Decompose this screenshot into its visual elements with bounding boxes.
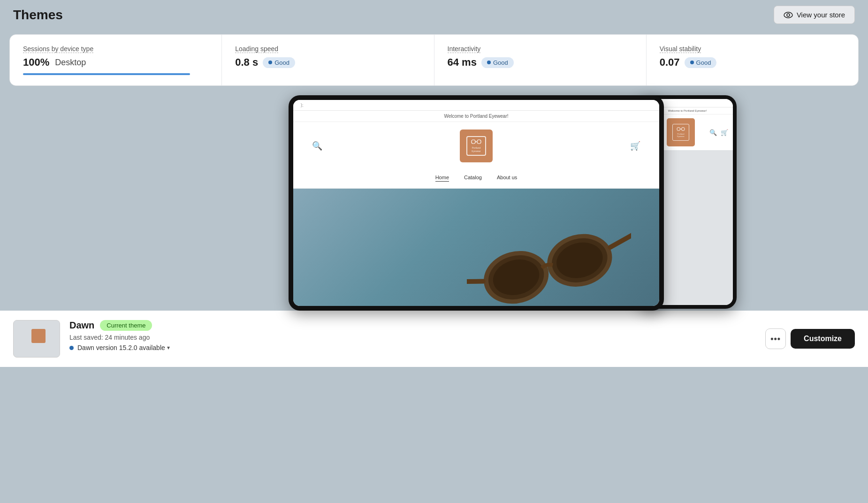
- metric-sessions-sub: Desktop: [55, 58, 86, 68]
- loading-badge: Good: [263, 57, 295, 68]
- version-dot: [69, 346, 74, 350]
- phone-logo-inner: PortlandEyewear: [672, 124, 689, 141]
- svg-point-0: [784, 12, 792, 18]
- tablet-mockup: ); Welcome to Portland Eyewear! 🔍: [289, 95, 664, 311]
- badge-dot-loading: [268, 61, 272, 64]
- metric-sessions-label: Sessions by device type: [23, 45, 208, 53]
- interactivity-badge: Good: [481, 57, 514, 68]
- svg-rect-14: [682, 128, 685, 130]
- metric-loading-value: 0.8 s: [235, 56, 258, 69]
- eye-icon: [784, 12, 793, 18]
- version-row: Dawn version 15.2.0 available ▾: [69, 344, 170, 351]
- tablet-nav-catalog: Catalog: [464, 175, 482, 182]
- more-icon: •••: [770, 334, 781, 344]
- current-theme-badge: Current theme: [100, 320, 152, 331]
- customize-button[interactable]: Customize: [791, 329, 855, 349]
- tablet-header: 🔍 PortlandEyewear: [293, 122, 659, 170]
- theme-name: Dawn: [69, 320, 94, 331]
- tablet-url-bar: );: [301, 103, 304, 107]
- tablet-nav: Home Catalog About us: [293, 170, 659, 189]
- phone-cart-icon: 🛒: [721, 129, 728, 136]
- tablet-welcome-bar: Welcome to Portland Eyewear!: [293, 111, 659, 122]
- metric-interactivity: Interactivity 64 ms Good: [434, 35, 647, 85]
- tablet-screen: ); Welcome to Portland Eyewear! 🔍: [293, 100, 659, 306]
- phone-logo-text: PortlandEyewear: [677, 127, 685, 137]
- interactivity-badge-label: Good: [493, 59, 508, 66]
- metrics-row: Sessions by device type 100% Desktop Loa…: [9, 34, 859, 86]
- thumb-orange-square: [31, 329, 46, 343]
- loading-badge-label: Good: [274, 59, 289, 66]
- metric-stability-label: Visual stability: [660, 45, 845, 53]
- last-saved: Last saved: 24 minutes ago: [69, 334, 170, 341]
- tablet-logo-area: PortlandEyewear: [322, 130, 630, 162]
- metric-interactivity-label: Interactivity: [448, 45, 633, 53]
- metric-sessions-value: 100%: [23, 56, 49, 69]
- version-text: Dawn version 15.2.0 available: [77, 344, 165, 351]
- tablet-cart-icon: 🛒: [630, 141, 640, 151]
- svg-point-1: [787, 14, 790, 16]
- tablet-nav-home: Home: [435, 175, 449, 182]
- bar-fill: [23, 73, 190, 75]
- tablet-logo-box: PortlandEyewear: [460, 130, 493, 162]
- theme-details: Dawn Current theme Last saved: 24 minute…: [69, 320, 170, 351]
- theme-name-row: Dawn Current theme: [69, 320, 170, 331]
- phone-logo-box: PortlandEyewear: [667, 118, 695, 146]
- theme-info: Dawn Current theme Last saved: 24 minute…: [13, 320, 170, 358]
- stability-badge-label: Good: [696, 59, 711, 66]
- stability-badge: Good: [685, 57, 717, 68]
- badge-dot-stability: [690, 61, 694, 64]
- page-header: Themes View your store: [0, 0, 868, 30]
- svg-rect-13: [677, 128, 680, 130]
- view-store-button[interactable]: View your store: [774, 6, 855, 24]
- phone-search-icon: 🔍: [709, 129, 717, 136]
- metric-stability-value: 0.07: [660, 56, 680, 69]
- badge-dot-interactivity: [487, 61, 491, 64]
- tablet-hero: [293, 189, 659, 306]
- preview-area: ); Welcome to Portland Eyewear! 🔍: [0, 86, 868, 311]
- svg-rect-2: [472, 140, 475, 144]
- action-buttons: ••• Customize: [765, 328, 855, 349]
- tablet-logo-text: PortlandEyewear: [471, 139, 481, 153]
- glasses-visual: [467, 212, 631, 306]
- page-title: Themes: [13, 8, 63, 23]
- metric-interactivity-value: 64 ms: [448, 56, 477, 69]
- phone-icons: 🔍 🛒: [709, 129, 728, 136]
- view-store-label: View your store: [797, 11, 845, 19]
- metric-loading: Loading speed 0.8 s Good: [222, 35, 434, 85]
- metric-visual-stability: Visual stability 0.07 Good: [647, 35, 858, 85]
- svg-line-11: [467, 274, 483, 289]
- metric-sessions: Sessions by device type 100% Desktop: [10, 35, 222, 85]
- bottom-section: Dawn Current theme Last saved: 24 minute…: [0, 311, 868, 367]
- metric-loading-label: Loading speed: [235, 45, 420, 53]
- svg-line-12: [609, 233, 631, 247]
- tablet-top-bar: );: [293, 100, 659, 111]
- more-options-button[interactable]: •••: [765, 328, 786, 349]
- desktop-bar: [23, 73, 208, 75]
- svg-rect-3: [477, 140, 481, 144]
- chevron-down-icon: ▾: [167, 344, 170, 351]
- tablet-logo-inner: PortlandEyewear: [466, 136, 486, 156]
- tablet-nav-about: About us: [497, 175, 517, 182]
- bar-track: [23, 73, 190, 75]
- theme-thumbnail: [13, 320, 60, 358]
- tablet-search-icon: 🔍: [312, 141, 322, 151]
- version-dropdown[interactable]: Dawn version 15.2.0 available ▾: [77, 344, 170, 351]
